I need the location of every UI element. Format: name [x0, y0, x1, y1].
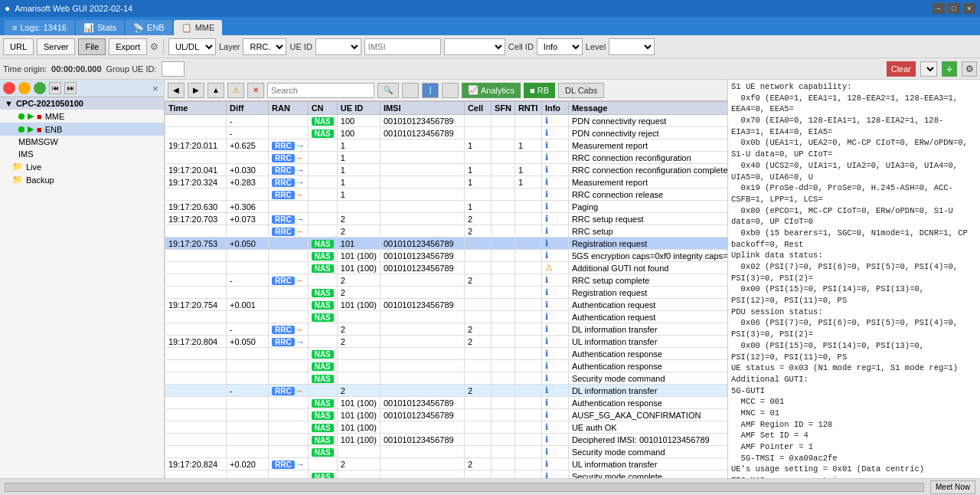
- message-cell: DL information transfer: [568, 323, 727, 336]
- table-row[interactable]: 19:17:20.753+0.050NAS101001010123456789ℹ…: [165, 238, 728, 250]
- message-cell: Security mode command: [568, 372, 727, 385]
- nav-forward-button[interactable]: ▶: [188, 83, 204, 98]
- layer-select[interactable]: RRC. NAS RLC: [243, 38, 286, 55]
- message-cell: Authentication request: [568, 311, 727, 323]
- clear-button[interactable]: Clear: [887, 61, 916, 77]
- table-row[interactable]: NASℹAuthentication response: [165, 360, 728, 372]
- col-header-sfn[interactable]: SFN: [491, 102, 514, 115]
- table-row[interactable]: 19:17:20.324+0.283RRC→111ℹMeasurement re…: [165, 176, 728, 188]
- add-button[interactable]: +: [942, 61, 957, 77]
- table-row[interactable]: NAS101 (100)001010123456789ℹDeciphered I…: [165, 434, 728, 446]
- col-header-diff[interactable]: Diff: [227, 102, 269, 115]
- col-header-ueid[interactable]: UE ID: [337, 102, 380, 115]
- table-row[interactable]: 19:17:20.011+0.625RRC→111ℹMeasurement re…: [165, 139, 728, 152]
- table-row[interactable]: NAS101 (100)ℹUE auth OK: [165, 421, 728, 434]
- group-ue-input[interactable]: [162, 61, 185, 77]
- folder-backup-icon: 📁: [12, 175, 23, 185]
- pause-button[interactable]: [18, 82, 31, 94]
- tab-mme[interactable]: 📋 MME: [174, 20, 223, 35]
- ueid-select[interactable]: [315, 38, 361, 55]
- table-row[interactable]: NAS101 (100)001010123456789ℹAUSF_5G_AKA_…: [165, 409, 728, 421]
- warn-filter-button[interactable]: ⚠: [227, 83, 244, 98]
- forward-button[interactable]: ⏭: [64, 82, 77, 94]
- table-row[interactable]: 19:17:20.754+0.001NAS101 (100)0010101234…: [165, 299, 728, 311]
- nav-up-button[interactable]: ▲: [207, 83, 224, 98]
- tree-item-live[interactable]: 📁 Live: [0, 160, 164, 173]
- table-row[interactable]: 19:17:20.703+0.073RRC→22ℹRRC setup reque…: [165, 213, 728, 225]
- table-row[interactable]: RRC←22ℹRRC setup: [165, 225, 728, 238]
- meet-now-button[interactable]: Meet Now: [930, 480, 975, 494]
- table-row[interactable]: RRC←1ℹRRC connection release: [165, 188, 728, 201]
- col-header-cell[interactable]: Cell: [464, 102, 491, 115]
- tree-item-enb[interactable]: ▶ ■ ENB: [0, 123, 164, 136]
- dl-cabs-button[interactable]: DL Cabs: [558, 83, 604, 98]
- table-row[interactable]: RRC←1ℹRRC connection reconfiguration: [165, 152, 728, 164]
- analytics-label: Analytics: [481, 86, 514, 95]
- imsi-input[interactable]: [364, 38, 441, 55]
- tree-root[interactable]: ▼ CPC-2021050100: [0, 97, 164, 110]
- table-row[interactable]: NAS101 (100)001010123456789ℹAuthenticati…: [165, 397, 728, 409]
- message-cell: RRC setup complete: [568, 274, 727, 287]
- horizontal-scrollbar[interactable]: [5, 483, 924, 492]
- table-row[interactable]: NAS2ℹRegistration request: [165, 287, 728, 299]
- table-row[interactable]: NASℹAuthentication request: [165, 311, 728, 323]
- tab-stats[interactable]: 📊 Stats: [76, 20, 124, 35]
- table-row[interactable]: 19:17:20.804+0.050RRC→22ℹUL information …: [165, 336, 728, 348]
- rewind-button[interactable]: ⏮: [49, 82, 61, 94]
- col-header-cn[interactable]: CN: [308, 102, 337, 115]
- maximize-button[interactable]: □: [948, 3, 960, 14]
- analytics-button[interactable]: 📈 Analytics: [462, 83, 521, 98]
- file-button[interactable]: File: [78, 38, 106, 55]
- tab-logs[interactable]: ≡ Logs: 13416: [5, 20, 74, 35]
- cellid-select[interactable]: [444, 38, 505, 55]
- search-input[interactable]: [267, 83, 374, 98]
- time-origin-value: 00:00:00.000: [51, 64, 101, 74]
- table-row[interactable]: -RRC←22ℹDL information transfer: [165, 323, 728, 336]
- col-header-message[interactable]: Message: [568, 102, 727, 115]
- table-row[interactable]: 19:17:20.630+0.3061ℹPaging: [165, 201, 728, 213]
- table-row[interactable]: NASℹAuthentication response: [165, 348, 728, 360]
- table-row[interactable]: -NAS100001010123456789ℹPDN connectivity …: [165, 115, 728, 127]
- close-button[interactable]: ×: [963, 3, 975, 14]
- close-tree-button[interactable]: ×: [150, 83, 161, 93]
- table-row[interactable]: NASℹSecurity mode complete: [165, 470, 728, 479]
- col-header-rnti[interactable]: RNTI: [514, 102, 541, 115]
- table-row[interactable]: -RRC←22ℹRRC setup complete: [165, 274, 728, 287]
- table-row[interactable]: NASℹSecurity mode command: [165, 446, 728, 458]
- table-row[interactable]: 19:17:20.824+0.020RRC→22ℹUL information …: [165, 458, 728, 470]
- search-icon-button[interactable]: 🔍: [377, 83, 399, 98]
- direction-select[interactable]: UL/DL UL DL: [168, 38, 216, 55]
- table-row[interactable]: NAS101 (100)001010123456789⚠Additional G…: [165, 262, 728, 274]
- tree-item-backup[interactable]: 📁 Backup: [0, 173, 164, 186]
- col-header-time[interactable]: Time: [165, 102, 227, 115]
- tree-item-mbmsgw[interactable]: MBMSGW: [0, 136, 164, 148]
- server-button[interactable]: Server: [37, 38, 75, 55]
- clear-select[interactable]: [920, 61, 937, 77]
- filter-btn2[interactable]: [402, 83, 419, 98]
- col-header-info[interactable]: Info: [541, 102, 568, 115]
- tree-item-mme[interactable]: ▶ ■ MME: [0, 110, 164, 123]
- minimize-button[interactable]: −: [933, 3, 945, 14]
- filter-btn4[interactable]: [442, 83, 459, 98]
- settings-button[interactable]: ⚙: [962, 61, 977, 77]
- info-select[interactable]: Info: [537, 38, 583, 55]
- message-cell: 5GS encryption caps=0xf0 integrity caps=…: [568, 250, 727, 262]
- table-row[interactable]: NASℹSecurity mode command: [165, 372, 728, 385]
- play-button[interactable]: [34, 82, 46, 94]
- tree-item-ims[interactable]: IMS: [0, 148, 164, 160]
- table-row[interactable]: 19:17:20.041+0.030RRC→111ℹRRC connection…: [165, 164, 728, 176]
- url-button[interactable]: URL: [3, 38, 34, 55]
- tab-enb[interactable]: 📡 ENB: [126, 20, 172, 35]
- stop-button[interactable]: [3, 82, 15, 94]
- col-header-ran[interactable]: RAN: [269, 102, 309, 115]
- filter-btn3[interactable]: |: [422, 83, 439, 98]
- table-row[interactable]: NAS101 (100)001010123456789ℹ5GS encrypti…: [165, 250, 728, 262]
- col-header-imsi[interactable]: IMSI: [380, 102, 464, 115]
- error-filter-button[interactable]: ✕: [247, 83, 264, 98]
- table-row[interactable]: -NAS100001010123456789ℹPDN connectivity …: [165, 127, 728, 139]
- level-select[interactable]: [609, 38, 655, 55]
- export-button[interactable]: Export: [109, 38, 147, 55]
- nav-back-button[interactable]: ◀: [168, 83, 185, 98]
- table-row[interactable]: -RRC←22ℹDL information transfer: [165, 385, 728, 397]
- rb-button[interactable]: ■ RB: [524, 83, 555, 98]
